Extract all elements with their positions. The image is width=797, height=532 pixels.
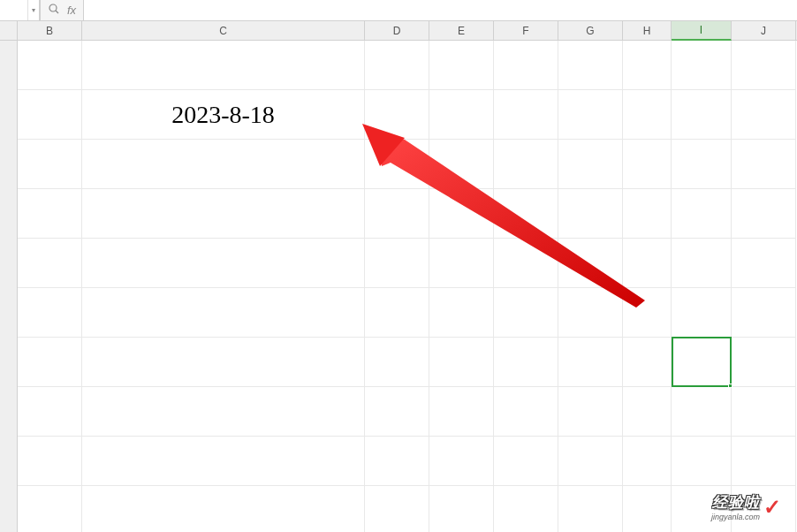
cell[interactable] bbox=[623, 140, 672, 189]
cell[interactable] bbox=[18, 338, 82, 387]
cell[interactable] bbox=[18, 189, 82, 239]
col-header-e[interactable]: E bbox=[429, 21, 494, 40]
cell[interactable] bbox=[365, 486, 429, 532]
cell[interactable] bbox=[18, 288, 82, 338]
cell[interactable] bbox=[18, 437, 82, 486]
cell[interactable] bbox=[672, 288, 732, 338]
cell[interactable] bbox=[429, 239, 494, 288]
name-box[interactable] bbox=[0, 0, 27, 20]
cell[interactable] bbox=[732, 239, 796, 288]
cell[interactable] bbox=[558, 90, 623, 140]
cell[interactable] bbox=[365, 140, 429, 189]
cell-selected[interactable] bbox=[672, 338, 732, 387]
cell[interactable] bbox=[732, 189, 796, 239]
cell[interactable] bbox=[429, 338, 494, 387]
cell[interactable] bbox=[18, 387, 82, 437]
cell[interactable] bbox=[429, 288, 494, 338]
cell[interactable] bbox=[623, 288, 672, 338]
col-header-d[interactable]: D bbox=[365, 21, 429, 40]
cell[interactable] bbox=[732, 437, 796, 486]
col-header-j[interactable]: J bbox=[732, 21, 796, 40]
cell[interactable] bbox=[18, 41, 82, 90]
cell[interactable] bbox=[732, 288, 796, 338]
cell[interactable] bbox=[365, 90, 429, 140]
cell[interactable] bbox=[494, 486, 558, 532]
cell[interactable] bbox=[365, 41, 429, 90]
cell[interactable] bbox=[558, 338, 623, 387]
cell[interactable] bbox=[429, 41, 494, 90]
col-header-g[interactable]: G bbox=[558, 21, 623, 40]
cell[interactable] bbox=[429, 140, 494, 189]
cell[interactable] bbox=[82, 486, 365, 532]
cell[interactable] bbox=[18, 486, 82, 532]
cell[interactable] bbox=[672, 140, 732, 189]
formula-input[interactable] bbox=[83, 0, 797, 20]
cell[interactable] bbox=[494, 189, 558, 239]
cell[interactable] bbox=[429, 387, 494, 437]
fx-icon[interactable]: fx bbox=[67, 4, 76, 17]
cell[interactable] bbox=[494, 140, 558, 189]
name-box-dropdown-icon[interactable]: ▾ bbox=[27, 0, 40, 20]
cell[interactable] bbox=[494, 288, 558, 338]
cell[interactable] bbox=[672, 41, 732, 90]
col-header-i[interactable]: I bbox=[672, 21, 732, 41]
cell[interactable] bbox=[732, 387, 796, 437]
cell[interactable] bbox=[623, 387, 672, 437]
cell[interactable] bbox=[623, 486, 672, 532]
cell[interactable] bbox=[82, 338, 365, 387]
select-all-corner[interactable] bbox=[0, 21, 18, 41]
col-header-b[interactable]: B bbox=[18, 21, 82, 40]
col-header-h[interactable]: H bbox=[623, 21, 672, 40]
cell[interactable] bbox=[365, 387, 429, 437]
cell[interactable] bbox=[558, 437, 623, 486]
cell[interactable] bbox=[494, 338, 558, 387]
cell[interactable] bbox=[558, 387, 623, 437]
cell[interactable] bbox=[365, 338, 429, 387]
cell[interactable] bbox=[732, 90, 796, 140]
cell[interactable] bbox=[623, 437, 672, 486]
cell[interactable] bbox=[82, 41, 365, 90]
cell[interactable] bbox=[494, 387, 558, 437]
cell[interactable] bbox=[732, 41, 796, 90]
cell[interactable] bbox=[558, 288, 623, 338]
cell[interactable] bbox=[82, 189, 365, 239]
col-header-c[interactable]: C bbox=[82, 21, 365, 40]
cell[interactable] bbox=[82, 288, 365, 338]
cell[interactable] bbox=[558, 140, 623, 189]
cell[interactable] bbox=[18, 239, 82, 288]
cell[interactable] bbox=[494, 239, 558, 288]
cell[interactable] bbox=[623, 239, 672, 288]
cell[interactable] bbox=[623, 338, 672, 387]
cell[interactable] bbox=[672, 189, 732, 239]
cell[interactable] bbox=[429, 437, 494, 486]
cell[interactable] bbox=[82, 239, 365, 288]
cell[interactable] bbox=[558, 189, 623, 239]
cell[interactable] bbox=[494, 90, 558, 140]
cell[interactable] bbox=[82, 140, 365, 189]
cell[interactable] bbox=[558, 41, 623, 90]
cell[interactable] bbox=[672, 90, 732, 140]
cell[interactable] bbox=[494, 437, 558, 486]
cell[interactable] bbox=[429, 486, 494, 532]
cell-c2[interactable]: 2023-8-18 bbox=[82, 90, 365, 140]
cell[interactable] bbox=[18, 140, 82, 189]
cell[interactable] bbox=[672, 387, 732, 437]
cell[interactable] bbox=[82, 437, 365, 486]
grid[interactable]: 2023-8-18 bbox=[18, 41, 797, 532]
cell[interactable] bbox=[365, 288, 429, 338]
cell[interactable] bbox=[365, 189, 429, 239]
cell[interactable] bbox=[365, 437, 429, 486]
cell[interactable] bbox=[558, 486, 623, 532]
search-icon[interactable] bbox=[48, 3, 60, 18]
cell[interactable] bbox=[429, 189, 494, 239]
cell[interactable] bbox=[672, 239, 732, 288]
cell[interactable] bbox=[672, 437, 732, 486]
cell[interactable] bbox=[623, 189, 672, 239]
cell[interactable] bbox=[18, 90, 82, 140]
cell[interactable] bbox=[494, 41, 558, 90]
cell[interactable] bbox=[558, 239, 623, 288]
cell[interactable] bbox=[732, 338, 796, 387]
col-header-f[interactable]: F bbox=[494, 21, 558, 40]
cell[interactable] bbox=[623, 41, 672, 90]
cell[interactable] bbox=[82, 387, 365, 437]
